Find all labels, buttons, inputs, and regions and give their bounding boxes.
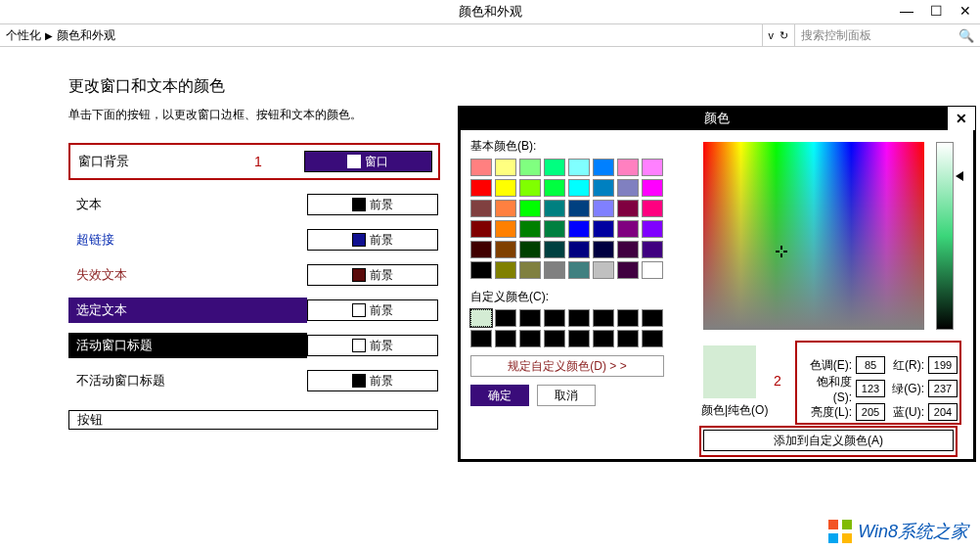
custom-color-swatch[interactable] <box>544 309 565 327</box>
disabled-fg-button[interactable]: 前景 <box>307 264 438 286</box>
custom-color-swatch[interactable] <box>568 330 590 347</box>
basic-color-swatch[interactable] <box>470 241 492 258</box>
basic-color-swatch[interactable] <box>544 241 565 258</box>
basic-color-swatch[interactable] <box>568 159 590 176</box>
basic-color-swatch[interactable] <box>495 159 516 176</box>
basic-color-swatch[interactable] <box>568 261 590 279</box>
selected-fg-button[interactable]: 前景 <box>307 299 438 321</box>
basic-color-swatch[interactable] <box>617 261 639 279</box>
custom-color-swatch[interactable] <box>519 309 541 327</box>
custom-color-swatch[interactable] <box>519 330 541 347</box>
dropdown-icon[interactable]: v <box>769 29 775 41</box>
basic-color-swatch[interactable] <box>642 220 663 238</box>
basic-color-swatch[interactable] <box>642 200 663 217</box>
swatch-icon <box>352 268 366 282</box>
cancel-button[interactable]: 取消 <box>537 385 596 406</box>
custom-color-swatch[interactable] <box>568 309 590 327</box>
basic-color-swatch[interactable] <box>544 159 565 176</box>
basic-color-swatch[interactable] <box>495 261 516 279</box>
basic-color-swatch[interactable] <box>642 159 663 176</box>
custom-color-swatch[interactable] <box>593 330 614 347</box>
basic-color-swatch[interactable] <box>593 220 614 238</box>
basic-color-swatch[interactable] <box>568 200 590 217</box>
custom-color-swatch[interactable] <box>495 309 516 327</box>
basic-color-swatch[interactable] <box>544 179 565 197</box>
custom-color-swatch[interactable] <box>495 330 516 347</box>
custom-color-swatch[interactable] <box>593 309 614 327</box>
basic-color-swatch[interactable] <box>568 241 590 258</box>
custom-color-swatch[interactable] <box>544 330 565 347</box>
basic-color-swatch[interactable] <box>593 159 614 176</box>
basic-color-swatch[interactable] <box>617 159 639 176</box>
basic-color-swatch[interactable] <box>519 261 541 279</box>
basic-color-swatch[interactable] <box>593 261 614 279</box>
basic-color-swatch[interactable] <box>495 220 516 238</box>
search-input[interactable]: 搜索控制面板 🔍 <box>794 24 980 46</box>
window-bg-button[interactable]: 窗口 <box>304 151 432 172</box>
luminosity-bar[interactable] <box>936 142 954 330</box>
basic-color-swatch[interactable] <box>519 241 541 258</box>
add-to-custom-button[interactable]: 添加到自定义颜色(A) <box>703 430 954 451</box>
inactive-title-fg-button[interactable]: 前景 <box>307 370 438 391</box>
basic-color-swatch[interactable] <box>617 241 639 258</box>
basic-color-swatch[interactable] <box>519 179 541 197</box>
sat-field[interactable] <box>856 380 885 397</box>
basic-color-swatch[interactable] <box>642 261 663 279</box>
color-preview-label[interactable]: 颜色|纯色(O) <box>701 402 768 419</box>
custom-color-swatch[interactable] <box>642 309 663 327</box>
active-title-fg-button[interactable]: 前景 <box>307 335 438 356</box>
hyperlink-fg-button[interactable]: 前景 <box>307 229 438 251</box>
ok-button[interactable]: 确定 <box>470 385 529 406</box>
custom-color-swatch[interactable] <box>617 309 639 327</box>
basic-color-swatch[interactable] <box>544 200 565 217</box>
color-spectrum[interactable] <box>703 142 924 330</box>
refresh-icon[interactable]: ↻ <box>780 29 788 42</box>
basic-color-swatch[interactable] <box>519 159 541 176</box>
maximize-button[interactable]: ☐ <box>921 0 951 22</box>
row-button-label[interactable]: 按钮 <box>68 410 438 430</box>
crosshair-icon[interactable] <box>776 246 787 257</box>
search-icon[interactable]: 🔍 <box>958 28 974 43</box>
basic-color-swatch[interactable] <box>593 200 614 217</box>
lum-field[interactable] <box>856 403 885 421</box>
basic-color-swatch[interactable] <box>593 179 614 197</box>
text-fg-button[interactable]: 前景 <box>307 194 438 215</box>
basic-color-swatch[interactable] <box>617 179 639 197</box>
basic-color-swatch[interactable] <box>470 261 492 279</box>
basic-color-swatch[interactable] <box>495 200 516 217</box>
basic-color-swatch[interactable] <box>617 220 639 238</box>
basic-color-swatch[interactable] <box>593 241 614 258</box>
hue-field[interactable] <box>856 356 885 374</box>
luminosity-pointer-icon[interactable] <box>956 171 963 181</box>
basic-color-swatch[interactable] <box>568 220 590 238</box>
breadcrumb-root[interactable]: 个性化 <box>6 27 41 44</box>
basic-color-swatch[interactable] <box>470 220 492 238</box>
minimize-button[interactable]: — <box>892 0 921 22</box>
custom-color-swatch[interactable] <box>470 309 492 327</box>
row-inactive-title-label: 不活动窗口标题 <box>68 372 307 390</box>
basic-color-swatch[interactable] <box>642 241 663 258</box>
basic-color-swatch[interactable] <box>642 179 663 197</box>
basic-color-swatch[interactable] <box>519 200 541 217</box>
close-icon[interactable]: ✕ <box>948 107 975 130</box>
define-custom-color-button[interactable]: 规定自定义颜色(D) > > <box>470 355 664 377</box>
breadcrumb[interactable]: 个性化 ▶ 颜色和外观 <box>0 24 762 46</box>
custom-color-swatch[interactable] <box>617 330 639 347</box>
basic-color-swatch[interactable] <box>470 200 492 217</box>
custom-color-swatch[interactable] <box>642 330 663 347</box>
basic-color-swatch[interactable] <box>495 179 516 197</box>
blue-field[interactable] <box>928 403 958 421</box>
custom-color-swatch[interactable] <box>470 330 492 347</box>
basic-color-swatch[interactable] <box>617 200 639 217</box>
basic-color-swatch[interactable] <box>568 179 590 197</box>
basic-color-swatch[interactable] <box>519 220 541 238</box>
basic-color-swatch[interactable] <box>544 220 565 238</box>
color-preview <box>703 345 756 398</box>
close-button[interactable]: ✕ <box>951 0 980 22</box>
basic-color-swatch[interactable] <box>544 261 565 279</box>
basic-color-swatch[interactable] <box>470 179 492 197</box>
green-field[interactable] <box>928 380 958 397</box>
basic-color-swatch[interactable] <box>495 241 516 258</box>
red-field[interactable] <box>928 356 958 374</box>
basic-color-swatch[interactable] <box>470 159 492 176</box>
